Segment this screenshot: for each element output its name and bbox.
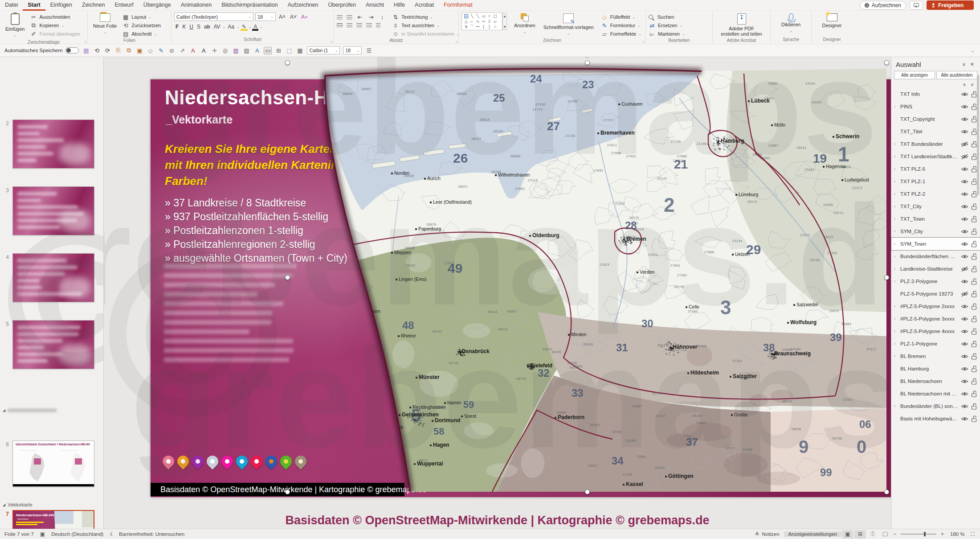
eye-icon[interactable] — [961, 391, 968, 397]
pane-item-txt-landkreise-stadtkreise[interactable]: ›TXT Landkreise/Stadtkreise — [891, 150, 980, 163]
dialog-launcher-icon[interactable]: ⌟ — [84, 38, 86, 43]
map-pin-3[interactable] — [190, 453, 206, 470]
unlock-icon[interactable] — [971, 416, 977, 422]
menu-tab-überprüfen[interactable]: Überprüfen — [323, 0, 361, 11]
unlock-icon[interactable] — [971, 166, 977, 173]
menu-tab-acrobat[interactable]: Acrobat — [410, 0, 439, 11]
eye-icon[interactable] — [961, 366, 968, 372]
unlock-icon[interactable] — [971, 303, 977, 310]
line-shape-icon[interactable]: ╲ — [471, 14, 473, 18]
pane-item-pins[interactable]: ›PINS — [891, 100, 980, 113]
unlock-icon[interactable] — [971, 341, 977, 347]
arc-shape-icon[interactable]: ⌒ — [470, 24, 474, 30]
dialog-launcher-icon[interactable]: ⌟ — [642, 38, 644, 43]
expand-chevron-icon[interactable]: › — [894, 404, 895, 408]
hide-all-button[interactable]: Alle ausblenden — [936, 71, 977, 79]
pane-item-bl-niedersachsen[interactable]: BL Niedersachsen — [891, 375, 980, 387]
cut-button[interactable]: ✂Ausschneiden — [30, 13, 80, 21]
align-center-icon[interactable] — [347, 23, 352, 27]
scribble-shape-icon[interactable]: 〜 — [476, 24, 480, 30]
eye-hidden-icon[interactable] — [961, 291, 968, 297]
selection-handle-2[interactable] — [585, 60, 590, 65]
section-header-1[interactable]: ◢ — [3, 408, 57, 412]
move-up-icon[interactable]: ∧ — [963, 82, 966, 87]
pane-item-bundesl-nderfl-chen-mit-h-[interactable]: ›Bundesländerflächen mit H... — [891, 250, 980, 263]
eraser-icon[interactable]: ⊘ — [167, 47, 176, 54]
precision-icon[interactable]: ✛ — [210, 47, 218, 54]
expand-chevron-icon[interactable]: › — [894, 254, 895, 259]
slide-thumbnail-2[interactable] — [12, 119, 94, 169]
slide-thumbnail-3[interactable] — [12, 186, 94, 235]
unlock-icon[interactable] — [971, 378, 977, 385]
expand-chevron-icon[interactable]: › — [894, 104, 895, 109]
pane-item-txt-plz-5[interactable]: ›TXT PLZ-5 — [891, 163, 980, 175]
selection-handle-3[interactable] — [884, 60, 889, 65]
shadow-button[interactable]: S — [196, 23, 202, 31]
eye-icon[interactable] — [961, 229, 968, 235]
unlock-icon[interactable] — [971, 253, 977, 260]
star-shape-icon[interactable]: ☆ — [493, 25, 497, 29]
map-pin-4[interactable] — [204, 453, 221, 470]
picture-icon[interactable]: ▦ — [296, 47, 304, 54]
zoom-level[interactable]: 180 % — [946, 531, 969, 537]
table-icon[interactable]: ▥ — [232, 47, 240, 54]
copy-format-icon[interactable]: ▣ — [135, 47, 143, 54]
chart-icon[interactable]: ▧ — [242, 47, 250, 54]
grow-font-button[interactable]: A˄ — [278, 13, 287, 21]
eye-icon[interactable] — [961, 104, 968, 110]
menu-tab-bildschirmpräsentation[interactable]: Bildschirmpräsentation — [216, 0, 282, 11]
section-collapse-icon[interactable]: ◢ — [3, 503, 5, 507]
map-pin-10[interactable] — [293, 453, 309, 470]
map-pin-7[interactable] — [249, 453, 265, 470]
unlock-icon[interactable] — [971, 366, 977, 372]
unlock-icon[interactable] — [971, 116, 977, 123]
unlock-icon[interactable] — [971, 353, 977, 360]
eye-icon[interactable] — [961, 91, 968, 97]
normal-view-button[interactable]: ▣ — [842, 530, 853, 539]
fit-to-window-icon[interactable]: ⛶ — [969, 531, 980, 537]
dictate-button[interactable]: Diktieren ⌄ — [779, 12, 803, 35]
eye-icon[interactable] — [961, 279, 968, 284]
selection-pane-scrollbar[interactable] — [977, 75, 979, 195]
oval-shape-icon[interactable]: ○ — [488, 14, 490, 18]
eye-icon[interactable] — [961, 241, 968, 247]
expand-chevron-icon[interactable]: › — [894, 142, 895, 146]
slide-subtitle[interactable]: _Vektorkarte — [166, 113, 233, 126]
eye-icon[interactable] — [961, 254, 968, 259]
eye-icon[interactable] — [961, 416, 968, 422]
eye-icon[interactable] — [961, 116, 968, 122]
expand-chevron-icon[interactable]: › — [894, 192, 895, 196]
shape-gallery[interactable]: A ╲╲ ▭○▢ △⌐∿ ⇨⇩▱ ↯⌒〜 {}☆ ▴▾ — [461, 12, 502, 30]
line-spacing-icon[interactable]: ↕ — [379, 14, 386, 21]
pane-item-txt-town[interactable]: ›TXT_Town — [891, 213, 980, 225]
move-down-icon[interactable]: ∨ — [971, 82, 974, 87]
eye-icon[interactable] — [961, 191, 968, 197]
pane-item-bl-bremen[interactable]: ›BL Bremen — [891, 350, 980, 362]
align-left-icon[interactable] — [337, 23, 343, 27]
grid-icon[interactable]: ⬚ — [285, 47, 293, 54]
designer-button[interactable]: Designer — [819, 12, 844, 29]
slide-thumbnail-6[interactable]: Übersichtskarte Deutschland + Niedersach… — [12, 440, 94, 487]
slide-sorter-view-button[interactable]: ⊞ — [854, 530, 866, 539]
unlock-icon[interactable] — [971, 241, 977, 247]
draw-arrow-icon[interactable]: ⇗ — [178, 47, 186, 54]
pane-item-txt-plz-1[interactable]: ›TXT PLZ-1 — [891, 175, 980, 188]
pen-icon[interactable]: ✎ — [157, 47, 165, 54]
map-pin-5[interactable] — [219, 453, 236, 470]
record-button[interactable]: Aufzeichnen — [860, 1, 906, 10]
expand-chevron-icon[interactable]: › — [894, 304, 895, 309]
paste-button[interactable]: Einfügen ⌄ — [3, 12, 27, 39]
unlock-icon[interactable] — [971, 328, 977, 335]
shape-outline-button[interactable]: ✎Formkontur⌄ — [601, 22, 641, 29]
unlock-icon[interactable] — [971, 291, 977, 297]
eye-icon[interactable] — [961, 403, 968, 409]
align-text-button[interactable]: ⇳Text ausrichten⌄ — [392, 22, 460, 29]
expand-chevron-icon[interactable]: › — [894, 354, 895, 358]
font-size-combobox[interactable]: 18⌄ — [255, 12, 276, 21]
pane-item-txt-plz-2[interactable]: ›TXT PLZ-2 — [891, 188, 980, 200]
copy-button[interactable]: ⧉Kopieren⌄ — [30, 22, 80, 29]
fill-color-icon[interactable]: A — [200, 47, 208, 54]
rotate-handle[interactable]: ⟳ — [583, 57, 591, 58]
rect-shape-icon[interactable]: ▭ — [482, 14, 486, 18]
zoom-slider[interactable] — [901, 534, 936, 535]
